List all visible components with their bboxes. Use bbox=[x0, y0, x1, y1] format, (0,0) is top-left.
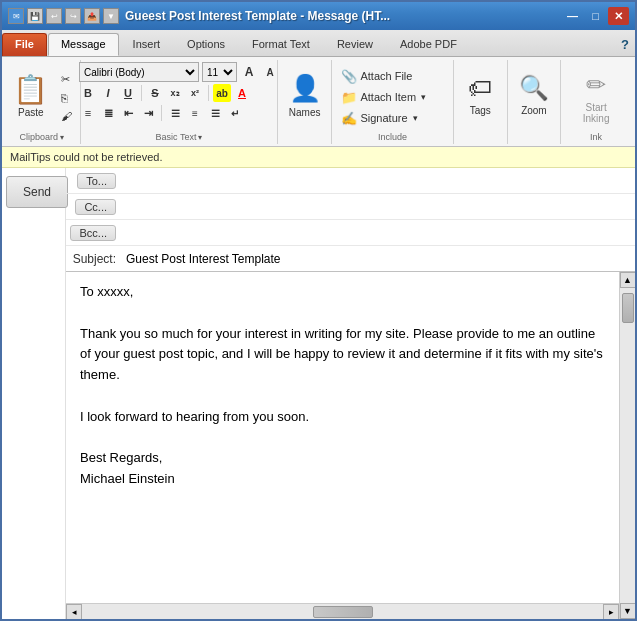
signature-icon: ✍ bbox=[341, 111, 357, 126]
rtl-button[interactable]: ↵ bbox=[226, 104, 244, 122]
help-button[interactable]: ? bbox=[615, 33, 635, 56]
decrease-indent-button[interactable]: ⇤ bbox=[119, 104, 137, 122]
format-separator-2 bbox=[208, 85, 209, 101]
basic-text-group: Calibri (Body) 11 A A B I U S bbox=[83, 60, 279, 144]
ink-group-label: Ink bbox=[590, 132, 602, 142]
names-group-content: 👤 Names bbox=[283, 62, 327, 128]
cc-button[interactable]: Cc... bbox=[75, 199, 116, 215]
bcc-row: Bcc... bbox=[66, 220, 635, 246]
close-button[interactable]: ✕ bbox=[608, 7, 629, 25]
tab-format-text[interactable]: Format Text bbox=[239, 33, 323, 56]
names-group: 👤 Names bbox=[280, 60, 332, 144]
font-family-select[interactable]: Calibri (Body) bbox=[79, 62, 199, 82]
clipboard-label: Clipboard bbox=[20, 132, 59, 142]
tab-options[interactable]: Options bbox=[174, 33, 238, 56]
include-group-footer: Include bbox=[338, 132, 447, 142]
names-button[interactable]: 👤 Names bbox=[283, 62, 327, 128]
format-painter-button[interactable]: 🖌 bbox=[57, 108, 76, 124]
send-button[interactable]: Send bbox=[6, 176, 68, 208]
font-size-select[interactable]: 11 bbox=[202, 62, 237, 82]
undo-icon[interactable]: ↩ bbox=[46, 8, 62, 24]
vscroll-down-button[interactable]: ▼ bbox=[620, 603, 636, 619]
tab-file[interactable]: File bbox=[2, 33, 47, 56]
ribbon: File Message Insert Options Format Text … bbox=[2, 30, 635, 147]
increase-indent-button[interactable]: ⇥ bbox=[139, 104, 157, 122]
body-and-hscroll: To xxxxx, Thank you so much for your int… bbox=[66, 272, 619, 619]
vscroll-thumb[interactable] bbox=[622, 293, 634, 323]
quick-save-icon[interactable]: 💾 bbox=[27, 8, 43, 24]
font-size-decrease-button[interactable]: A bbox=[261, 63, 279, 81]
font-color-button[interactable]: A bbox=[233, 84, 251, 102]
to-button[interactable]: To... bbox=[77, 173, 116, 189]
hscroll-left-button[interactable]: ◂ bbox=[66, 604, 82, 620]
highlight-button[interactable]: ab bbox=[213, 84, 231, 102]
clipboard-small-buttons: ✂ ⎘ 🖌 bbox=[57, 71, 76, 124]
minimize-button[interactable]: — bbox=[562, 7, 583, 25]
superscript-button[interactable]: x² bbox=[186, 84, 204, 102]
vscroll-up-button[interactable]: ▲ bbox=[620, 272, 636, 288]
zoom-button[interactable]: 🔍 Zoom bbox=[512, 62, 556, 128]
cut-button[interactable]: ✂ bbox=[57, 71, 76, 88]
zoom-group-content: 🔍 Zoom bbox=[512, 62, 556, 128]
bullets-button[interactable]: ≡ bbox=[79, 104, 97, 122]
signature-label: Signature bbox=[360, 112, 407, 124]
subscript-button[interactable]: x₂ bbox=[166, 84, 184, 102]
tags-group: 🏷 Tags bbox=[456, 60, 508, 144]
hscroll-track bbox=[82, 604, 603, 619]
redo-icon[interactable]: ↪ bbox=[65, 8, 81, 24]
zoom-group-footer bbox=[514, 128, 555, 142]
bcc-button[interactable]: Bcc... bbox=[70, 225, 116, 241]
format-buttons-row: B I U S x₂ x² ab A bbox=[79, 84, 251, 102]
bold-button[interactable]: B bbox=[79, 84, 97, 102]
clipboard-expand-icon[interactable]: ▾ bbox=[60, 133, 64, 142]
font-size-increase-button[interactable]: A bbox=[240, 63, 258, 81]
copy-icon: ⎘ bbox=[61, 92, 68, 104]
cc-label-area: Cc... bbox=[66, 199, 122, 215]
attach-item-dropdown-icon[interactable]: ▾ bbox=[421, 92, 426, 102]
align-right-button[interactable]: ☰ bbox=[206, 104, 224, 122]
cc-input[interactable] bbox=[122, 198, 635, 216]
format-separator-1 bbox=[141, 85, 142, 101]
subject-input[interactable] bbox=[122, 250, 635, 268]
hscroll-thumb[interactable] bbox=[313, 606, 373, 618]
underline-button[interactable]: U bbox=[119, 84, 137, 102]
align-center-button[interactable]: ≡ bbox=[186, 104, 204, 122]
vscroll-track bbox=[620, 288, 635, 603]
names-group-footer bbox=[284, 128, 325, 142]
hscroll-right-button[interactable]: ▸ bbox=[603, 604, 619, 620]
align-left-button[interactable]: ☰ bbox=[166, 104, 184, 122]
strikethrough-button[interactable]: S bbox=[146, 84, 164, 102]
tab-insert[interactable]: Insert bbox=[120, 33, 174, 56]
ink-group: ✏ Start Inking Ink bbox=[563, 60, 631, 144]
to-input[interactable] bbox=[122, 172, 635, 190]
attach-item-button[interactable]: 📁 Attach Item ▾ bbox=[337, 88, 447, 107]
clipboard-group-footer: Clipboard ▾ bbox=[10, 132, 74, 142]
numbering-button[interactable]: ≣ bbox=[99, 104, 117, 122]
message-body[interactable]: To xxxxx, Thank you so much for your int… bbox=[66, 272, 619, 603]
attach-items-area: 📎 Attach File 📁 Attach Item ▾ ✍ Signatur… bbox=[337, 67, 447, 128]
font-row: Calibri (Body) 11 A A bbox=[79, 62, 279, 82]
italic-button[interactable]: I bbox=[99, 84, 117, 102]
mailtips-bar: MailTips could not be retrieved. bbox=[2, 147, 635, 168]
tab-adobe-pdf[interactable]: Adobe PDF bbox=[387, 33, 470, 56]
attach-file-button[interactable]: 📎 Attach File bbox=[337, 67, 447, 86]
customize-icon[interactable]: ▼ bbox=[103, 8, 119, 24]
basic-text-expand-icon[interactable]: ▾ bbox=[198, 133, 202, 142]
signature-dropdown-icon[interactable]: ▾ bbox=[413, 113, 418, 123]
zoom-icon: 🔍 bbox=[519, 74, 549, 102]
title-bar: ✉ 💾 ↩ ↪ 📤 ▼ Gueest Post Interest Templat… bbox=[2, 2, 635, 30]
vertical-scrollbar: ▲ ▼ bbox=[619, 272, 635, 619]
paste-button[interactable]: 📋 Paste bbox=[7, 64, 54, 130]
signature-button[interactable]: ✍ Signature ▾ bbox=[337, 109, 447, 128]
copy-button[interactable]: ⎘ bbox=[57, 90, 76, 106]
tab-review[interactable]: Review bbox=[324, 33, 386, 56]
clipboard-group: 📋 Paste ✂ ⎘ 🖌 bbox=[6, 60, 81, 144]
tags-label: Tags bbox=[470, 105, 491, 116]
bcc-input[interactable] bbox=[122, 224, 635, 242]
maximize-button[interactable]: □ bbox=[585, 7, 606, 25]
tab-message[interactable]: Message bbox=[48, 33, 119, 56]
start-inking-button[interactable]: ✏ Start Inking bbox=[567, 64, 625, 130]
tags-button[interactable]: 🏷 Tags bbox=[458, 62, 502, 128]
ribbon-tab-bar: File Message Insert Options Format Text … bbox=[2, 30, 635, 57]
send-receive-icon[interactable]: 📤 bbox=[84, 8, 100, 24]
